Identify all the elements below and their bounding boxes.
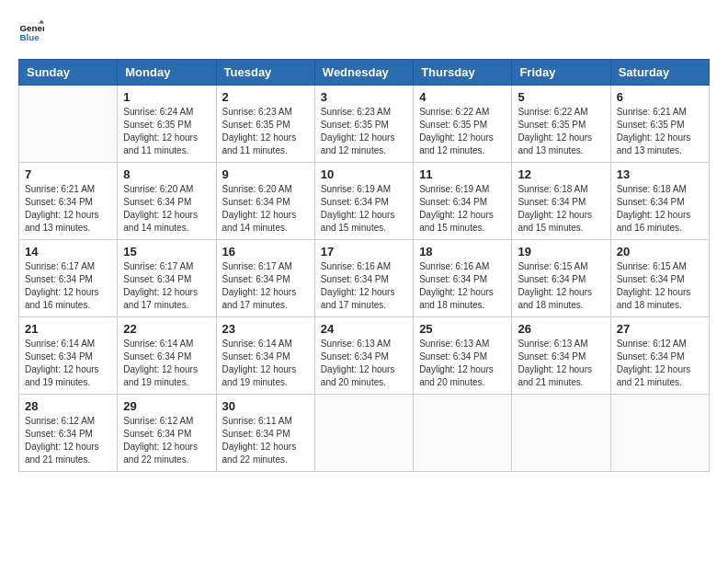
calendar-cell: 16Sunrise: 6:17 AMSunset: 6:34 PMDayligh… bbox=[216, 240, 314, 317]
day-number: 6 bbox=[617, 90, 703, 104]
calendar-cell: 10Sunrise: 6:19 AMSunset: 6:34 PMDayligh… bbox=[314, 163, 413, 240]
day-number: 12 bbox=[518, 167, 604, 181]
page-header: General Blue bbox=[18, 18, 710, 44]
day-info: Sunrise: 6:16 AMSunset: 6:34 PMDaylight:… bbox=[321, 260, 407, 312]
calendar-cell: 14Sunrise: 6:17 AMSunset: 6:34 PMDayligh… bbox=[19, 240, 118, 317]
calendar-cell bbox=[19, 86, 118, 163]
day-info: Sunrise: 6:23 AMSunset: 6:35 PMDaylight:… bbox=[222, 106, 309, 157]
day-info: Sunrise: 6:18 AMSunset: 6:34 PMDaylight:… bbox=[518, 183, 604, 235]
calendar-week-row: 7Sunrise: 6:21 AMSunset: 6:34 PMDaylight… bbox=[19, 163, 710, 240]
day-number: 30 bbox=[222, 399, 309, 413]
calendar-cell: 24Sunrise: 6:13 AMSunset: 6:34 PMDayligh… bbox=[314, 317, 413, 395]
calendar-cell bbox=[314, 395, 413, 472]
day-number: 1 bbox=[123, 90, 210, 104]
day-info: Sunrise: 6:19 AMSunset: 6:34 PMDaylight:… bbox=[321, 183, 407, 235]
day-info: Sunrise: 6:15 AMSunset: 6:34 PMDaylight:… bbox=[518, 260, 604, 312]
day-number: 2 bbox=[222, 90, 309, 104]
calendar-cell: 8Sunrise: 6:20 AMSunset: 6:34 PMDaylight… bbox=[118, 163, 216, 240]
day-number: 17 bbox=[321, 245, 407, 259]
calendar-week-row: 28Sunrise: 6:12 AMSunset: 6:34 PMDayligh… bbox=[19, 395, 710, 472]
calendar-cell: 9Sunrise: 6:20 AMSunset: 6:34 PMDaylight… bbox=[216, 163, 314, 240]
day-info: Sunrise: 6:16 AMSunset: 6:34 PMDaylight:… bbox=[419, 260, 506, 312]
day-info: Sunrise: 6:19 AMSunset: 6:34 PMDaylight:… bbox=[419, 183, 506, 235]
calendar-header-row: SundayMondayTuesdayWednesdayThursdayFrid… bbox=[19, 60, 710, 86]
day-number: 24 bbox=[321, 322, 407, 336]
day-number: 20 bbox=[617, 245, 703, 259]
day-info: Sunrise: 6:11 AMSunset: 6:34 PMDaylight:… bbox=[222, 415, 309, 466]
calendar-week-row: 21Sunrise: 6:14 AMSunset: 6:34 PMDayligh… bbox=[19, 317, 710, 395]
day-number: 23 bbox=[222, 322, 309, 336]
day-number: 21 bbox=[25, 322, 111, 336]
calendar-cell: 26Sunrise: 6:13 AMSunset: 6:34 PMDayligh… bbox=[512, 317, 610, 395]
day-number: 13 bbox=[617, 167, 703, 181]
column-header-wednesday: Wednesday bbox=[314, 60, 413, 86]
calendar-cell: 18Sunrise: 6:16 AMSunset: 6:34 PMDayligh… bbox=[414, 240, 512, 317]
day-info: Sunrise: 6:14 AMSunset: 6:34 PMDaylight:… bbox=[222, 338, 309, 389]
calendar-cell: 30Sunrise: 6:11 AMSunset: 6:34 PMDayligh… bbox=[216, 395, 314, 472]
day-number: 10 bbox=[321, 167, 407, 181]
day-number: 11 bbox=[419, 167, 506, 181]
day-number: 18 bbox=[419, 245, 506, 259]
day-info: Sunrise: 6:18 AMSunset: 6:34 PMDaylight:… bbox=[617, 183, 703, 235]
day-info: Sunrise: 6:14 AMSunset: 6:34 PMDaylight:… bbox=[123, 338, 210, 389]
day-number: 29 bbox=[123, 399, 210, 413]
calendar-cell: 20Sunrise: 6:15 AMSunset: 6:34 PMDayligh… bbox=[610, 240, 709, 317]
day-info: Sunrise: 6:21 AMSunset: 6:35 PMDaylight:… bbox=[617, 106, 703, 157]
calendar-table: SundayMondayTuesdayWednesdayThursdayFrid… bbox=[18, 59, 710, 472]
svg-text:Blue: Blue bbox=[19, 32, 40, 42]
day-number: 4 bbox=[419, 90, 506, 104]
day-info: Sunrise: 6:17 AMSunset: 6:34 PMDaylight:… bbox=[25, 260, 111, 312]
day-number: 3 bbox=[321, 90, 407, 104]
column-header-monday: Monday bbox=[118, 60, 216, 86]
day-info: Sunrise: 6:15 AMSunset: 6:34 PMDaylight:… bbox=[617, 260, 703, 312]
day-info: Sunrise: 6:13 AMSunset: 6:34 PMDaylight:… bbox=[321, 338, 407, 389]
day-info: Sunrise: 6:22 AMSunset: 6:35 PMDaylight:… bbox=[419, 106, 506, 157]
svg-marker-2 bbox=[39, 19, 44, 23]
calendar-week-row: 1Sunrise: 6:24 AMSunset: 6:35 PMDaylight… bbox=[19, 86, 710, 163]
day-info: Sunrise: 6:21 AMSunset: 6:34 PMDaylight:… bbox=[25, 183, 111, 235]
calendar-cell: 12Sunrise: 6:18 AMSunset: 6:34 PMDayligh… bbox=[512, 163, 610, 240]
day-info: Sunrise: 6:22 AMSunset: 6:35 PMDaylight:… bbox=[518, 106, 604, 157]
calendar-cell: 3Sunrise: 6:23 AMSunset: 6:35 PMDaylight… bbox=[314, 86, 413, 163]
calendar-cell bbox=[610, 395, 709, 472]
day-info: Sunrise: 6:17 AMSunset: 6:34 PMDaylight:… bbox=[123, 260, 210, 312]
calendar-cell: 28Sunrise: 6:12 AMSunset: 6:34 PMDayligh… bbox=[19, 395, 118, 472]
day-info: Sunrise: 6:12 AMSunset: 6:34 PMDaylight:… bbox=[123, 415, 210, 466]
day-number: 27 bbox=[617, 322, 703, 336]
calendar-cell: 22Sunrise: 6:14 AMSunset: 6:34 PMDayligh… bbox=[118, 317, 216, 395]
column-header-friday: Friday bbox=[512, 60, 610, 86]
day-info: Sunrise: 6:13 AMSunset: 6:34 PMDaylight:… bbox=[419, 338, 506, 389]
column-header-tuesday: Tuesday bbox=[216, 60, 314, 86]
day-number: 28 bbox=[25, 399, 111, 413]
day-number: 26 bbox=[518, 322, 604, 336]
day-number: 9 bbox=[222, 167, 309, 181]
column-header-saturday: Saturday bbox=[610, 60, 709, 86]
day-info: Sunrise: 6:14 AMSunset: 6:34 PMDaylight:… bbox=[25, 338, 111, 389]
calendar-cell: 23Sunrise: 6:14 AMSunset: 6:34 PMDayligh… bbox=[216, 317, 314, 395]
calendar-cell: 4Sunrise: 6:22 AMSunset: 6:35 PMDaylight… bbox=[414, 86, 512, 163]
calendar-cell: 1Sunrise: 6:24 AMSunset: 6:35 PMDaylight… bbox=[118, 86, 216, 163]
day-info: Sunrise: 6:17 AMSunset: 6:34 PMDaylight:… bbox=[222, 260, 309, 312]
logo: General Blue bbox=[18, 18, 48, 44]
calendar-cell: 29Sunrise: 6:12 AMSunset: 6:34 PMDayligh… bbox=[118, 395, 216, 472]
day-number: 7 bbox=[25, 167, 111, 181]
calendar-cell: 6Sunrise: 6:21 AMSunset: 6:35 PMDaylight… bbox=[610, 86, 709, 163]
calendar-cell: 11Sunrise: 6:19 AMSunset: 6:34 PMDayligh… bbox=[414, 163, 512, 240]
day-info: Sunrise: 6:12 AMSunset: 6:34 PMDaylight:… bbox=[617, 338, 703, 389]
calendar-cell bbox=[414, 395, 512, 472]
day-number: 14 bbox=[25, 245, 111, 259]
day-info: Sunrise: 6:20 AMSunset: 6:34 PMDaylight:… bbox=[123, 183, 210, 235]
calendar-week-row: 14Sunrise: 6:17 AMSunset: 6:34 PMDayligh… bbox=[19, 240, 710, 317]
column-header-sunday: Sunday bbox=[19, 60, 118, 86]
day-number: 25 bbox=[419, 322, 506, 336]
day-info: Sunrise: 6:13 AMSunset: 6:34 PMDaylight:… bbox=[518, 338, 604, 389]
calendar-cell: 15Sunrise: 6:17 AMSunset: 6:34 PMDayligh… bbox=[118, 240, 216, 317]
calendar-cell: 25Sunrise: 6:13 AMSunset: 6:34 PMDayligh… bbox=[414, 317, 512, 395]
column-header-thursday: Thursday bbox=[414, 60, 512, 86]
day-number: 5 bbox=[518, 90, 604, 104]
day-number: 8 bbox=[123, 167, 210, 181]
day-number: 19 bbox=[518, 245, 604, 259]
calendar-cell: 17Sunrise: 6:16 AMSunset: 6:34 PMDayligh… bbox=[314, 240, 413, 317]
day-info: Sunrise: 6:24 AMSunset: 6:35 PMDaylight:… bbox=[123, 106, 210, 157]
calendar-cell: 19Sunrise: 6:15 AMSunset: 6:34 PMDayligh… bbox=[512, 240, 610, 317]
